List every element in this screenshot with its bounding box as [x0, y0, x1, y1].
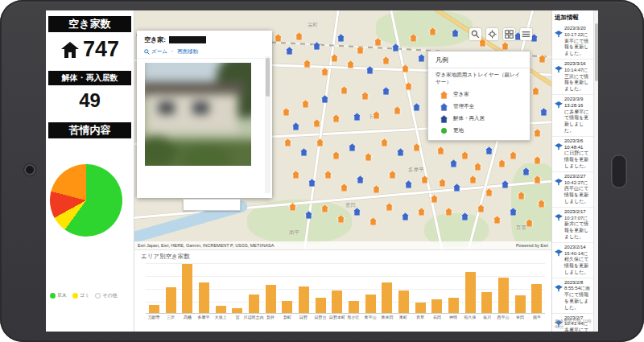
map-marker-vacant[interactable] — [420, 172, 429, 180]
map-marker-vacant[interactable] — [274, 31, 283, 39]
map-marker-vacant[interactable] — [332, 111, 341, 119]
map-marker-mismanaged[interactable] — [522, 164, 530, 172]
map-marker-vacant[interactable] — [485, 185, 493, 193]
chart-bar[interactable] — [199, 282, 209, 313]
map-marker-vacant[interactable] — [374, 35, 382, 43]
chart-bar[interactable] — [365, 295, 376, 313]
map-marker-vacant[interactable] — [525, 216, 534, 224]
map-marker-vacant[interactable] — [393, 103, 402, 111]
map-marker-vacant[interactable] — [460, 148, 469, 156]
info-entry[interactable]: 2023/2/1710:37:07に新井にて情報を更新しました。 — [552, 208, 598, 243]
map-marker-mismanaged[interactable] — [365, 63, 374, 71]
map-marker-vacant[interactable] — [533, 126, 542, 134]
map-marker-mismanaged[interactable] — [509, 204, 518, 212]
map-marker-vacant[interactable] — [336, 212, 345, 220]
map-marker-vacant[interactable] — [372, 182, 381, 190]
map-canvas[interactable]: 栄町日野多摩平豊田百草南平 凡例 空き家地図用ス — [134, 10, 551, 249]
map-marker-mismanaged[interactable] — [320, 92, 329, 100]
locate-icon[interactable] — [486, 28, 498, 40]
map-marker-mismanaged[interactable] — [304, 208, 313, 216]
map-marker-vacant[interactable] — [444, 204, 453, 212]
chart-bar[interactable] — [415, 303, 426, 313]
map-marker-vacant[interactable] — [473, 159, 482, 167]
map-marker-vacant[interactable] — [356, 43, 365, 51]
map-marker-vacant[interactable] — [320, 201, 329, 209]
complaints-pie-chart[interactable] — [50, 164, 122, 237]
map-marker-vacant[interactable] — [497, 156, 506, 164]
map-marker-vacant[interactable] — [533, 153, 542, 161]
map-marker-vacant[interactable] — [537, 196, 546, 204]
chart-bar[interactable] — [166, 287, 176, 313]
map-marker-mismanaged[interactable] — [308, 175, 316, 183]
map-marker-vacant[interactable] — [531, 84, 540, 92]
map-marker-mismanaged[interactable] — [382, 84, 390, 92]
map-marker-vacant[interactable] — [312, 116, 321, 124]
map-marker-vacant[interactable] — [428, 24, 437, 32]
map-marker-mismanaged[interactable] — [299, 145, 308, 153]
map-marker-vacant[interactable] — [340, 180, 349, 188]
chart-bar[interactable] — [431, 299, 442, 313]
info-entry[interactable]: 2023/3/2010:17:22に東平にて情報を更新しました。 — [552, 24, 598, 60]
map-marker-mismanaged[interactable] — [336, 31, 345, 39]
info-scrollbar[interactable] — [593, 10, 598, 332]
map-marker-mismanaged[interactable] — [501, 177, 510, 185]
map-marker-vacant[interactable] — [303, 56, 312, 64]
chart-bar[interactable] — [299, 286, 309, 313]
map-marker-vacant[interactable] — [332, 148, 341, 156]
chart-bar[interactable] — [149, 305, 159, 313]
home-button[interactable] — [611, 155, 627, 188]
map-marker-vacant[interactable] — [493, 212, 502, 220]
chart-bar[interactable] — [398, 290, 409, 313]
chart-bar[interactable] — [249, 295, 259, 313]
map-marker-mismanaged[interactable] — [356, 172, 365, 180]
map-marker-vacant[interactable] — [477, 201, 485, 209]
chart-bar[interactable] — [266, 285, 276, 313]
map-marker-vacant[interactable] — [320, 64, 329, 72]
chart-bar[interactable] — [382, 282, 392, 313]
map-marker-vacant[interactable] — [369, 214, 378, 222]
popup-scrollbar[interactable] — [265, 56, 270, 193]
map-marker-vacant[interactable] — [346, 57, 355, 65]
chart-bar[interactable] — [531, 284, 542, 313]
map-marker-mismanaged[interactable] — [451, 26, 460, 34]
map-marker-vacant[interactable] — [380, 135, 389, 143]
map-marker-vacant[interactable] — [417, 204, 426, 212]
map-marker-mismanaged[interactable] — [285, 43, 294, 52]
map-marker-vacant[interactable] — [436, 143, 445, 151]
map-marker-vacant[interactable] — [340, 83, 349, 91]
info-entry[interactable]: 2023/3/1610:14:47に三沢にて情報を更新しました。 — [552, 60, 598, 95]
map-marker-vacant[interactable] — [409, 31, 418, 39]
map-marker-mismanaged[interactable] — [417, 51, 426, 59]
map-marker-mismanaged[interactable] — [353, 204, 361, 212]
map-marker-vacant[interactable] — [533, 172, 542, 180]
map-marker-vacant[interactable] — [538, 52, 547, 60]
map-marker-vacant[interactable] — [404, 79, 413, 87]
chart-bar[interactable] — [481, 292, 492, 313]
info-entry[interactable]: 2023/2/1415:40:14に程久保にて情報を更新しました。 — [552, 243, 598, 278]
map-marker-mismanaged[interactable] — [348, 140, 357, 148]
chart-bar[interactable] — [515, 295, 526, 313]
info-entry[interactable]: 2023/2/2710:42:27に西平山にて情報を更新しました。 — [552, 172, 598, 208]
map-marker-vacant[interactable] — [438, 175, 447, 183]
map-marker-mismanaged[interactable] — [291, 119, 300, 127]
map-marker-vacant[interactable] — [295, 29, 303, 37]
map-marker-vacant[interactable] — [301, 97, 310, 105]
map-marker-vacant[interactable] — [382, 53, 390, 61]
map-marker-mismanaged[interactable] — [452, 180, 461, 188]
map-marker-vacant[interactable] — [509, 148, 518, 156]
info-entry[interactable]: 2023/2/88:55:54に南平にて情報を更新しました。 — [552, 278, 598, 314]
map-marker-mismanaged[interactable] — [449, 156, 458, 164]
chart-bar[interactable] — [316, 298, 326, 313]
map-marker-vacant[interactable] — [388, 167, 397, 175]
map-marker-vacant[interactable] — [372, 108, 381, 116]
map-marker-mismanaged[interactable] — [396, 145, 405, 153]
menu-icon[interactable] — [520, 28, 532, 40]
chart-bar[interactable] — [349, 301, 359, 313]
chart-bar[interactable] — [498, 278, 509, 313]
map-marker-vacant[interactable] — [316, 135, 324, 143]
map-marker-vacant[interactable] — [364, 150, 373, 158]
map-marker-mismanaged[interactable] — [391, 40, 400, 48]
map-marker-vacant[interactable] — [291, 167, 300, 175]
map-marker-mismanaged[interactable] — [401, 209, 410, 217]
map-marker-vacant[interactable] — [412, 140, 421, 148]
